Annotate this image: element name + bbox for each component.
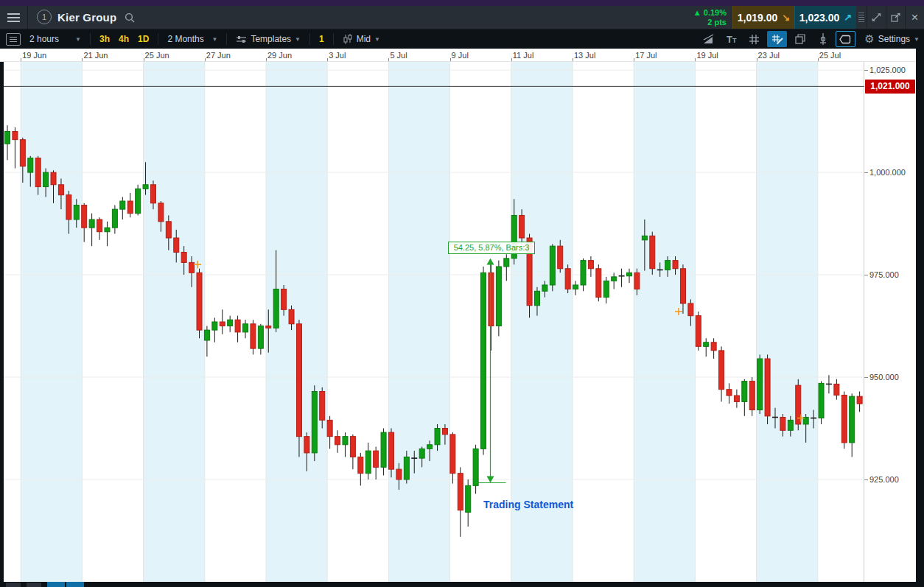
candle	[374, 447, 379, 479]
draw-on-grid-tool-icon[interactable]	[767, 31, 787, 47]
date-axis[interactable]: 19 Jun21 Jun25 Jun27 Jun29 Jun3 Jul5 Jul…	[0, 49, 916, 62]
grid-tool-icon[interactable]	[744, 31, 764, 47]
sell-button[interactable]: 1,019.00↘	[732, 6, 794, 29]
candle	[235, 316, 240, 342]
candle	[765, 354, 770, 424]
search-icon[interactable]	[124, 6, 136, 29]
candle	[612, 273, 617, 289]
panel-number-badge[interactable]: 1	[37, 10, 52, 24]
candle	[565, 264, 570, 293]
candle	[841, 392, 847, 449]
quick-interval-4h[interactable]: 4h	[114, 31, 133, 47]
candle	[204, 326, 209, 357]
candle	[228, 316, 233, 332]
candle	[796, 379, 801, 430]
window-top-strip	[0, 0, 924, 6]
date-label: 19 Jun	[22, 51, 46, 60]
watchlist-icon[interactable]	[6, 33, 21, 46]
current-price-badge: 1,021.000	[865, 80, 915, 94]
price-label: 1,000.000	[869, 168, 906, 177]
candle	[596, 264, 601, 301]
chart-plot-area[interactable]	[4, 62, 864, 582]
date-label: 11 Jul	[513, 51, 534, 60]
candle	[112, 205, 117, 234]
candle	[212, 317, 217, 342]
callout-tool-icon[interactable]	[836, 31, 855, 47]
expand-icon[interactable]	[867, 6, 886, 29]
trendline-tool-icon[interactable]	[699, 31, 718, 47]
date-label: 21 Jun	[83, 51, 108, 60]
trading-chart-window: 1 Kier Group ▲ 0.19% 2 pts 1,019.00↘ 1,0…	[0, 0, 924, 587]
candle	[704, 338, 709, 356]
candle	[127, 193, 133, 217]
axis-right-edge	[916, 49, 924, 582]
interval-dropdown[interactable]: 2 hours▼	[25, 31, 85, 47]
buy-button[interactable]: 1,023.00↗	[794, 6, 856, 29]
date-label: 29 Jun	[267, 51, 292, 60]
text-tool-icon[interactable]: TT	[721, 31, 741, 47]
chevron-down-icon: ▼	[211, 36, 217, 43]
day-band	[144, 62, 205, 582]
candle	[466, 479, 471, 527]
chevron-down-icon: ▼	[75, 36, 81, 43]
chart-header: 1 Kier Group ▲ 0.19% 2 pts 1,019.00↘ 1,0…	[0, 6, 924, 29]
candle	[719, 346, 724, 401]
candle	[97, 217, 102, 240]
day-band	[21, 62, 82, 582]
candle	[13, 127, 18, 169]
candle	[742, 379, 747, 416]
date-label: 23 Jul	[758, 51, 780, 60]
close-icon[interactable]: ×	[906, 6, 924, 29]
chevron-down-icon: ▼	[914, 36, 920, 43]
menu-hamburger-icon[interactable]	[0, 6, 28, 29]
drop-line-tool-icon[interactable]	[813, 31, 833, 47]
bottom-tool-active-icon[interactable]	[66, 582, 84, 587]
instrument-title: Kier Group	[57, 11, 116, 24]
bottom-tool-active-icon[interactable]	[47, 582, 65, 587]
candle	[120, 197, 125, 219]
price-axis[interactable]: 1,021.000 1,025.0001,000.000975.000950.0…	[864, 62, 916, 582]
date-label: 3 Jul	[329, 51, 346, 60]
candle	[603, 277, 609, 303]
candle	[243, 320, 248, 338]
day-band	[388, 62, 449, 582]
chart-count-badge[interactable]: 1	[315, 31, 329, 47]
candle	[312, 385, 317, 461]
candle	[5, 125, 10, 160]
candle	[335, 430, 340, 453]
change-points: 2 pts	[707, 18, 727, 27]
open-in-new-window-icon[interactable]	[886, 6, 905, 29]
layers-icon[interactable]	[790, 31, 810, 47]
quick-interval-3h[interactable]: 3h	[95, 31, 114, 47]
templates-dropdown[interactable]: Templates▼	[231, 31, 305, 47]
price-label: 925.000	[869, 475, 899, 484]
news-event-label[interactable]: Trading Statement	[483, 499, 573, 510]
drag-grip-handle[interactable]	[856, 6, 867, 29]
candle	[296, 320, 301, 457]
gear-icon: ⚙	[864, 32, 874, 46]
candle	[89, 214, 94, 246]
candle	[711, 338, 716, 359]
bottom-tool-icon[interactable]	[27, 583, 41, 587]
measurement-annotation[interactable]: 54.25, 5.87%, Bars:3	[448, 242, 535, 254]
candle	[749, 377, 755, 416]
candle	[696, 312, 701, 351]
buy-up-arrow-icon: ↗	[844, 12, 852, 23]
bottom-tool-icon[interactable]	[6, 583, 21, 587]
candle	[757, 354, 763, 414]
price-type-dropdown[interactable]: Mid▼	[338, 31, 385, 47]
candle	[197, 269, 202, 339]
candle	[258, 324, 263, 355]
candle	[365, 443, 371, 479]
day-band	[757, 62, 818, 582]
price-label: 950.000	[869, 373, 899, 382]
date-label: 27 Jun	[206, 51, 231, 60]
candle	[650, 232, 655, 275]
candle	[489, 264, 494, 351]
candle	[573, 281, 578, 295]
settings-button[interactable]: ⚙ Settings▼	[860, 31, 924, 47]
candlestick-icon	[343, 34, 353, 45]
range-dropdown[interactable]: 2 Months▼	[163, 31, 222, 47]
chart-toolbar: 2 hours▼ 3h 4h 1D 2 Months▼ Templates▼ 1…	[0, 29, 924, 49]
quick-interval-1d[interactable]: 1D	[133, 31, 153, 47]
